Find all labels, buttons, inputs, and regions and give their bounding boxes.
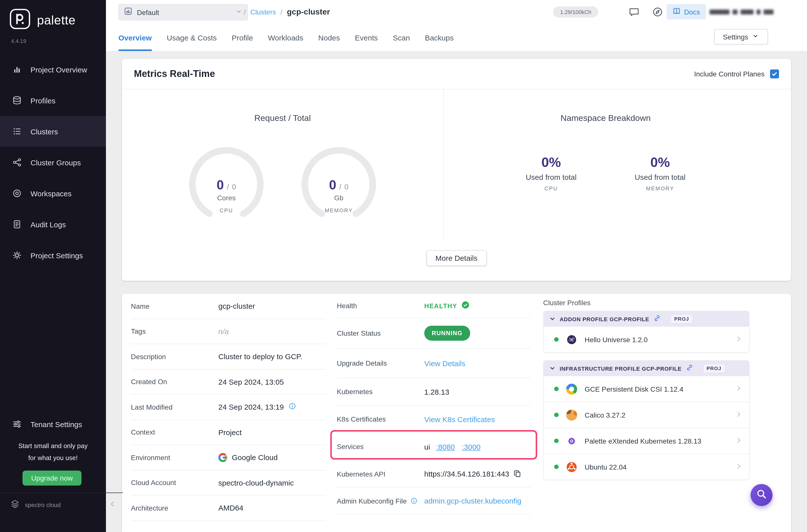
link-icon	[686, 364, 693, 373]
cpu-used-percent: 0%	[516, 155, 586, 170]
spectro-cloud-brand: spectro cloud	[25, 501, 104, 509]
detail-row-cluster-status: Cluster Status RUNNING	[337, 318, 531, 349]
infrastructure-profile-header[interactable]: INFRASTRUCTURE PROFILE GCP-PROFILE PROJ	[544, 361, 749, 376]
user-menu-redacted[interactable]	[710, 7, 773, 17]
chevron-down-icon	[752, 33, 759, 41]
redacted-text-block	[764, 10, 773, 15]
detail-row-last-modified: Last Modified 24 Sep 2024, 13:19	[131, 395, 326, 420]
profile-pack-row-calico[interactable]: Calico 3.27.2	[544, 402, 749, 428]
copy-icon[interactable]	[513, 470, 522, 478]
redacted-text-block	[740, 10, 753, 15]
chevron-right-icon	[735, 384, 742, 393]
detail-row-kubernetes-api: Kubernetes API https://34.54.126.181:443	[337, 460, 531, 488]
addon-profile-group: ADDON PROFILE GCP-PROFILE PROJ Hello Uni…	[543, 311, 750, 353]
usage-counter-pill[interactable]: 1.29/100kCh	[553, 6, 598, 18]
pack-status-dot	[554, 439, 559, 443]
tab-workloads[interactable]: Workloads	[268, 24, 303, 51]
include-control-planes-toggle[interactable]: Include Control Planes	[694, 70, 779, 78]
cpu-request-value: 0	[217, 177, 224, 193]
docs-button[interactable]: Docs	[667, 4, 706, 19]
floating-search-button[interactable]	[751, 484, 772, 506]
detail-row-description: Description Cluster to deploy to GCP.	[131, 344, 326, 369]
include-control-planes-checkbox[interactable]	[770, 70, 779, 78]
namespace-cpu-stat: 0% Used from total CPU	[516, 155, 586, 191]
profile-pack-row-hello-universe[interactable]: Hello Universe 1.2.0	[544, 327, 749, 352]
chat-icon[interactable]	[628, 6, 640, 18]
sidebar-item-workspaces[interactable]: Workspaces	[0, 178, 106, 209]
sidebar-item-cluster-groups[interactable]: Cluster Groups	[0, 147, 106, 178]
detail-row-health: Health HEALTHY	[337, 294, 531, 318]
detail-row-name: Name gcp-cluster	[131, 294, 326, 319]
sidebar-item-label: Project Overview	[31, 65, 87, 74]
detail-row-context: Context Project	[131, 420, 326, 445]
more-details-button[interactable]: More Details	[427, 250, 486, 266]
cpu-gauge: 0 / 0 Cores CPU	[184, 142, 269, 227]
palette-logo[interactable]: palette	[9, 8, 75, 32]
sidebar-item-project-overview[interactable]: Project Overview	[0, 54, 106, 85]
chevron-right-icon	[735, 462, 742, 471]
tab-backups[interactable]: Backups	[425, 24, 454, 51]
gear-icon	[12, 250, 22, 260]
help-compass-icon[interactable]	[652, 6, 663, 18]
project-selector[interactable]: Default	[118, 4, 248, 20]
sidebar-item-clusters[interactable]: Clusters	[0, 116, 106, 147]
health-status-text: HEALTHY	[424, 302, 457, 309]
cluster-details-card: Name gcp-cluster Tags n/a Description Cl…	[122, 294, 791, 532]
addon-profile-name: ADDON PROFILE GCP-PROFILE	[560, 316, 649, 322]
project-selector-value: Default	[137, 8, 231, 16]
profile-pack-row-palette-k8s[interactable]: Palette eXtended Kubernetes 1.28.13	[544, 428, 749, 454]
calico-icon	[566, 410, 577, 420]
bar-chart-icon	[12, 64, 22, 74]
tab-nodes[interactable]: Nodes	[318, 24, 340, 51]
sidebar-item-label: Clusters	[31, 127, 58, 136]
layers-icon	[12, 95, 22, 106]
memory-gauge: 0 / 0 Gb MEMORY	[296, 142, 381, 227]
tab-usage-costs[interactable]: Usage & Costs	[167, 24, 217, 51]
profile-pack-row-ubuntu[interactable]: Ubuntu 22.04	[544, 454, 749, 479]
chevron-down-icon	[550, 315, 555, 323]
collapse-sidebar-icon[interactable]	[109, 500, 116, 510]
sidebar-item-label: Project Settings	[31, 251, 83, 260]
pack-status-dot	[554, 464, 559, 469]
breadcrumb-current-cluster: gcp-cluster	[287, 7, 330, 17]
info-icon[interactable]	[410, 497, 418, 505]
tab-scan[interactable]: Scan	[393, 24, 410, 51]
chevron-down-icon	[236, 8, 242, 17]
sidebar-item-label: Profiles	[31, 96, 55, 104]
redacted-text-block	[756, 10, 761, 15]
project-chart-icon	[124, 7, 132, 18]
service-name: ui	[424, 442, 430, 451]
hello-universe-icon	[566, 334, 577, 345]
sidebar-item-profiles[interactable]: Profiles	[0, 85, 106, 116]
breadcrumb-separator: /	[281, 8, 283, 16]
detail-row-tags: Tags n/a	[131, 319, 326, 344]
sidebar-item-audit-logs[interactable]: Audit Logs	[0, 209, 106, 240]
service-port-8080-link[interactable]: :8080	[436, 442, 455, 451]
info-icon[interactable]	[288, 402, 296, 412]
detail-row-admin-kubeconfig: Admin Kubeconfig File admin.gcp-cluster.…	[337, 488, 531, 514]
addon-profile-header[interactable]: ADDON PROFILE GCP-PROFILE PROJ	[544, 311, 749, 327]
sidebar-footer: spectro cloud	[0, 493, 123, 517]
tab-overview[interactable]: Overview	[118, 24, 152, 51]
memory-gauge-unit: Gb	[296, 194, 381, 202]
kubeconfig-download-link[interactable]: admin.gcp-cluster.kubeconfig	[424, 496, 521, 505]
upgrade-now-button[interactable]: Upgrade now	[22, 471, 81, 486]
sidebar-item-project-settings[interactable]: Project Settings	[0, 240, 106, 271]
tab-profile[interactable]: Profile	[232, 24, 253, 51]
view-details-link[interactable]: View Details	[424, 359, 466, 367]
service-port-3000-link[interactable]: :3000	[462, 442, 481, 451]
cluster-profiles-title: Cluster Profiles	[543, 299, 750, 307]
sidebar-item-tenant-settings[interactable]: Tenant Settings	[0, 408, 118, 440]
project-scope-badge: PROJ	[703, 365, 724, 372]
redacted-text-block	[710, 10, 730, 15]
document-icon	[12, 219, 22, 229]
profile-pack-row-gce-disk[interactable]: GCE Persistent Disk CSI 1.12.4	[544, 376, 749, 402]
metrics-title: Metrics Real-Time	[134, 69, 215, 79]
view-k8s-certificates-link[interactable]: View K8s Certificates	[424, 415, 495, 423]
tab-events[interactable]: Events	[355, 24, 378, 51]
breadcrumb-clusters-link[interactable]: Clusters	[250, 8, 276, 16]
settings-button[interactable]: Settings	[714, 29, 768, 44]
settings-button-label: Settings	[723, 33, 748, 41]
cpu-gauge-unit: Cores	[184, 194, 269, 202]
ubuntu-icon	[566, 461, 577, 472]
